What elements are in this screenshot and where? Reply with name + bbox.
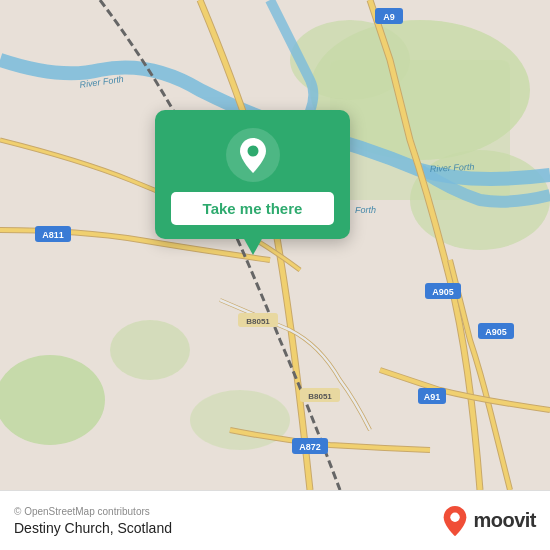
location-name: Destiny Church, Scotland: [14, 520, 172, 536]
svg-text:A905: A905: [485, 327, 507, 337]
moovit-logo: moovit: [441, 504, 536, 538]
bottom-bar: © OpenStreetMap contributors Destiny Chu…: [0, 490, 550, 550]
copyright-text: © OpenStreetMap contributors: [14, 506, 172, 517]
location-pin-icon: [226, 128, 280, 182]
svg-text:A872: A872: [299, 442, 321, 452]
svg-text:A9: A9: [383, 12, 395, 22]
svg-text:A905: A905: [432, 287, 454, 297]
bottom-left-info: © OpenStreetMap contributors Destiny Chu…: [14, 506, 172, 536]
svg-point-32: [451, 512, 460, 521]
moovit-pin-icon: [441, 504, 469, 538]
svg-point-3: [0, 355, 105, 445]
svg-point-4: [110, 320, 190, 380]
map-container: A9 A811 A905 A905 A91 A872 B8051 B8051 A…: [0, 0, 550, 490]
svg-point-31: [247, 146, 258, 157]
svg-text:B8051: B8051: [308, 392, 332, 401]
svg-text:Forth: Forth: [355, 205, 376, 215]
popup-card: Take me there: [155, 110, 350, 239]
svg-text:A91: A91: [424, 392, 441, 402]
svg-text:A811: A811: [42, 230, 64, 240]
moovit-brand-text: moovit: [473, 509, 536, 532]
take-me-there-button[interactable]: Take me there: [171, 192, 334, 225]
svg-text:B8051: B8051: [246, 317, 270, 326]
